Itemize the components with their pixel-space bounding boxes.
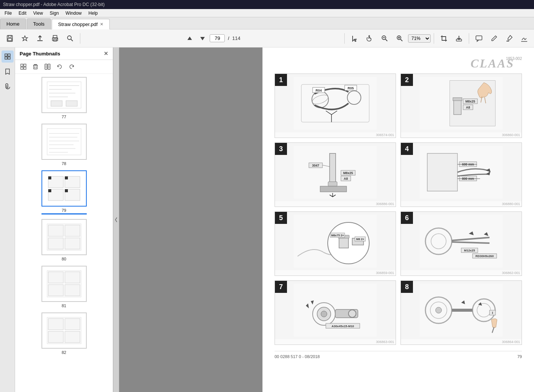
thumbnail-78[interactable]: 78	[18, 124, 110, 166]
thumbnail-label-79: 79	[61, 208, 66, 213]
title-bar: Straw chopper.pdf - Adobe Acrobat Pro DC…	[0, 0, 534, 9]
thumbnails-panel-button[interactable]	[2, 51, 14, 63]
zoom-out-button[interactable]	[378, 32, 391, 45]
sidebar-insert-button[interactable]	[42, 61, 53, 72]
toolbar-separator-1	[80, 33, 80, 44]
export-button[interactable]	[452, 32, 466, 45]
pen-icon	[490, 35, 498, 42]
collapse-arrow-icon	[114, 216, 118, 224]
sidebar-rotate-right-button[interactable]	[66, 61, 77, 72]
page-down-button[interactable]	[197, 33, 208, 44]
sidebar-close-button[interactable]: ✕	[104, 51, 108, 57]
sign-icon	[520, 35, 528, 42]
bookmarks-panel-button[interactable]	[2, 66, 14, 78]
document-content[interactable]: CLAAS 1853-002 1	[262, 47, 534, 392]
highlight-button[interactable]	[502, 32, 516, 45]
tab-close-icon[interactable]: ✕	[100, 22, 103, 27]
thumbnail-label-82: 82	[61, 350, 66, 355]
svg-rect-44	[51, 101, 62, 106]
svg-line-10	[71, 39, 73, 41]
menu-sign[interactable]: Sign	[47, 10, 62, 17]
doc-reference: 1853-002	[506, 57, 522, 61]
crop-tool-button[interactable]	[437, 32, 451, 45]
panel-ref-1: 306574-001	[275, 132, 396, 138]
svg-rect-29	[24, 64, 26, 66]
svg-rect-28	[21, 64, 23, 66]
svg-rect-24	[5, 54, 7, 56]
svg-text:M8 2×: M8 2×	[356, 237, 364, 241]
menu-view[interactable]: View	[30, 10, 46, 17]
rotate-left-icon	[57, 64, 63, 70]
star-icon	[21, 35, 29, 42]
menu-window[interactable]: Window	[63, 10, 85, 17]
thumb-svg-81	[45, 269, 83, 299]
thumbnail-82[interactable]: 82	[18, 312, 110, 355]
grid-icon	[20, 64, 26, 70]
search-button[interactable]	[63, 32, 77, 45]
sidebar-grid-view-button[interactable]	[18, 61, 29, 72]
svg-rect-74	[65, 318, 80, 330]
panel-ref-8: 306864-001	[401, 339, 522, 345]
svg-rect-76	[65, 331, 80, 343]
thumb-svg-79	[45, 173, 83, 204]
panel-ref-6: 306862-001	[401, 270, 522, 276]
upload-button[interactable]	[33, 32, 47, 45]
hand-tool-button[interactable]	[363, 32, 376, 45]
page-number-input[interactable]	[210, 34, 225, 42]
select-tool-button[interactable]	[348, 32, 361, 45]
panel-number-7: 7	[275, 281, 287, 293]
toolbar-separator-3	[434, 33, 434, 44]
panel-number-6: 6	[401, 212, 413, 224]
thumbnail-img-82	[41, 312, 87, 349]
svg-text:I: I	[492, 311, 493, 315]
svg-rect-69	[65, 272, 80, 283]
comment-button[interactable]	[472, 32, 486, 45]
thumbnail-79[interactable]: 79	[18, 170, 110, 214]
sidebar-delete-button[interactable]	[30, 61, 41, 72]
svg-text:M8x75 2×: M8x75 2×	[331, 234, 344, 237]
save-button[interactable]	[3, 32, 17, 45]
thumbnails-icon	[4, 53, 11, 60]
menu-help[interactable]: Help	[86, 10, 101, 17]
menu-file[interactable]: File	[2, 10, 15, 17]
toolbar-separator-4	[469, 33, 469, 44]
panel-ref-5: 306859-001	[275, 270, 396, 276]
thumbnail-label-77: 77	[61, 115, 66, 119]
zoom-in-button[interactable]	[393, 32, 407, 45]
tab-doc[interactable]: Straw chopper.pdf ✕	[52, 19, 110, 29]
attachments-panel-button[interactable]	[2, 81, 14, 93]
print-icon	[51, 35, 59, 42]
bookmark-button[interactable]	[18, 32, 32, 45]
zoom-in-icon	[396, 35, 404, 42]
svg-rect-63	[48, 225, 63, 236]
tab-tools[interactable]: Tools	[27, 18, 51, 29]
menu-edit[interactable]: Edit	[15, 10, 29, 17]
tab-home[interactable]: Home	[0, 18, 26, 29]
thumbnail-label-78: 78	[61, 161, 66, 166]
svg-text:3047: 3047	[312, 164, 319, 167]
page-up-button[interactable]	[184, 33, 195, 44]
thumbnail-81[interactable]: 81	[18, 266, 110, 308]
sidebar-collapse-handle[interactable]	[113, 47, 119, 392]
pen-button[interactable]	[487, 32, 501, 45]
svg-text:M12x25: M12x25	[464, 249, 475, 252]
thumbnail-80[interactable]: 80	[18, 219, 110, 261]
svg-marker-11	[187, 37, 192, 40]
thumbnail-77[interactable]: 77	[18, 77, 110, 119]
instruction-panel-6: 6	[400, 211, 522, 276]
panel-image-7: A30x45x15-M10	[275, 281, 396, 339]
sign-button[interactable]	[517, 32, 531, 45]
svg-point-140	[348, 310, 356, 317]
panel-number-4: 4	[401, 143, 413, 155]
svg-text:M8x25: M8x25	[465, 100, 475, 103]
svg-rect-100	[328, 182, 337, 186]
zoom-select[interactable]: 71% 50% 75% 100% 125% 150% Fit Page Fit …	[408, 34, 431, 43]
svg-rect-91	[453, 98, 462, 101]
document-left-gray	[119, 47, 262, 392]
print-button[interactable]	[48, 32, 62, 45]
svg-rect-66	[65, 238, 80, 249]
thumb-svg-82	[45, 315, 83, 346]
thumbnail-img-78	[41, 124, 87, 160]
sidebar-rotate-left-button[interactable]	[54, 61, 65, 72]
panel-image-3: 3047 M8x25 A8	[275, 143, 396, 201]
